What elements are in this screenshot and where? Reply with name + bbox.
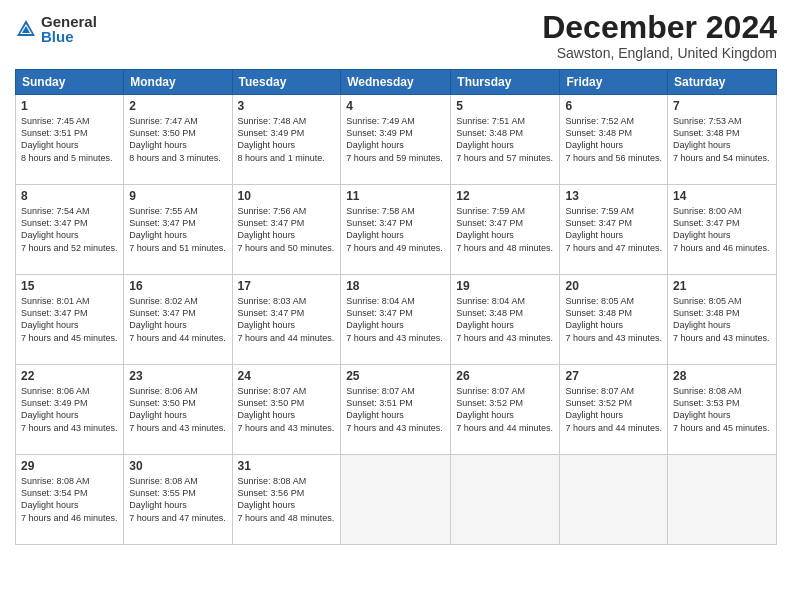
day-info: Sunrise: 7:54 AMSunset: 3:47 PMDaylight …: [21, 205, 118, 254]
col-saturday: Saturday: [668, 70, 777, 95]
day-number: 14: [673, 189, 771, 203]
day-info: Sunrise: 7:47 AMSunset: 3:50 PMDaylight …: [129, 115, 226, 164]
header: General Blue December 2024 Sawston, Engl…: [15, 10, 777, 61]
day-info: Sunrise: 8:08 AMSunset: 3:56 PMDaylight …: [238, 475, 336, 524]
month-title: December 2024: [542, 10, 777, 45]
page: General Blue December 2024 Sawston, Engl…: [0, 0, 792, 612]
day-info: Sunrise: 7:48 AMSunset: 3:49 PMDaylight …: [238, 115, 336, 164]
day-cell: 11Sunrise: 7:58 AMSunset: 3:47 PMDayligh…: [341, 185, 451, 275]
day-number: 13: [565, 189, 662, 203]
day-info: Sunrise: 7:52 AMSunset: 3:48 PMDaylight …: [565, 115, 662, 164]
day-info: Sunrise: 8:07 AMSunset: 3:52 PMDaylight …: [565, 385, 662, 434]
day-number: 1: [21, 99, 118, 113]
day-number: 26: [456, 369, 554, 383]
day-cell: 12Sunrise: 7:59 AMSunset: 3:47 PMDayligh…: [451, 185, 560, 275]
day-cell: 27Sunrise: 8:07 AMSunset: 3:52 PMDayligh…: [560, 365, 668, 455]
day-number: 20: [565, 279, 662, 293]
day-info: Sunrise: 8:08 AMSunset: 3:55 PMDaylight …: [129, 475, 226, 524]
day-info: Sunrise: 8:06 AMSunset: 3:49 PMDaylight …: [21, 385, 118, 434]
day-number: 10: [238, 189, 336, 203]
col-thursday: Thursday: [451, 70, 560, 95]
day-number: 22: [21, 369, 118, 383]
day-info: Sunrise: 8:07 AMSunset: 3:51 PMDaylight …: [346, 385, 445, 434]
day-info: Sunrise: 7:58 AMSunset: 3:47 PMDaylight …: [346, 205, 445, 254]
day-cell: 19Sunrise: 8:04 AMSunset: 3:48 PMDayligh…: [451, 275, 560, 365]
day-info: Sunrise: 8:03 AMSunset: 3:47 PMDaylight …: [238, 295, 336, 344]
day-cell: 23Sunrise: 8:06 AMSunset: 3:50 PMDayligh…: [124, 365, 232, 455]
day-info: Sunrise: 8:05 AMSunset: 3:48 PMDaylight …: [565, 295, 662, 344]
day-cell: 29Sunrise: 8:08 AMSunset: 3:54 PMDayligh…: [16, 455, 124, 545]
week-row-5: 29Sunrise: 8:08 AMSunset: 3:54 PMDayligh…: [16, 455, 777, 545]
day-cell: 21Sunrise: 8:05 AMSunset: 3:48 PMDayligh…: [668, 275, 777, 365]
day-number: 28: [673, 369, 771, 383]
day-number: 6: [565, 99, 662, 113]
day-cell: 3Sunrise: 7:48 AMSunset: 3:49 PMDaylight…: [232, 95, 341, 185]
day-number: 5: [456, 99, 554, 113]
day-cell: 6Sunrise: 7:52 AMSunset: 3:48 PMDaylight…: [560, 95, 668, 185]
day-cell: 5Sunrise: 7:51 AMSunset: 3:48 PMDaylight…: [451, 95, 560, 185]
day-info: Sunrise: 8:04 AMSunset: 3:47 PMDaylight …: [346, 295, 445, 344]
day-number: 31: [238, 459, 336, 473]
day-info: Sunrise: 7:56 AMSunset: 3:47 PMDaylight …: [238, 205, 336, 254]
day-cell: 10Sunrise: 7:56 AMSunset: 3:47 PMDayligh…: [232, 185, 341, 275]
day-info: Sunrise: 8:08 AMSunset: 3:54 PMDaylight …: [21, 475, 118, 524]
day-number: 15: [21, 279, 118, 293]
day-info: Sunrise: 8:05 AMSunset: 3:48 PMDaylight …: [673, 295, 771, 344]
day-info: Sunrise: 7:51 AMSunset: 3:48 PMDaylight …: [456, 115, 554, 164]
day-number: 3: [238, 99, 336, 113]
day-number: 16: [129, 279, 226, 293]
logo-text: General Blue: [41, 14, 97, 44]
day-info: Sunrise: 7:45 AMSunset: 3:51 PMDaylight …: [21, 115, 118, 164]
location: Sawston, England, United Kingdom: [542, 45, 777, 61]
day-cell: 15Sunrise: 8:01 AMSunset: 3:47 PMDayligh…: [16, 275, 124, 365]
day-cell: 17Sunrise: 8:03 AMSunset: 3:47 PMDayligh…: [232, 275, 341, 365]
day-number: 17: [238, 279, 336, 293]
logo-icon: [15, 18, 37, 40]
day-info: Sunrise: 8:01 AMSunset: 3:47 PMDaylight …: [21, 295, 118, 344]
calendar: Sunday Monday Tuesday Wednesday Thursday…: [15, 69, 777, 545]
day-cell: 16Sunrise: 8:02 AMSunset: 3:47 PMDayligh…: [124, 275, 232, 365]
day-cell: 7Sunrise: 7:53 AMSunset: 3:48 PMDaylight…: [668, 95, 777, 185]
day-info: Sunrise: 7:53 AMSunset: 3:48 PMDaylight …: [673, 115, 771, 164]
day-number: 29: [21, 459, 118, 473]
day-info: Sunrise: 7:49 AMSunset: 3:49 PMDaylight …: [346, 115, 445, 164]
day-info: Sunrise: 7:55 AMSunset: 3:47 PMDaylight …: [129, 205, 226, 254]
day-number: 25: [346, 369, 445, 383]
col-sunday: Sunday: [16, 70, 124, 95]
col-friday: Friday: [560, 70, 668, 95]
day-info: Sunrise: 8:07 AMSunset: 3:52 PMDaylight …: [456, 385, 554, 434]
day-number: 2: [129, 99, 226, 113]
day-info: Sunrise: 8:08 AMSunset: 3:53 PMDaylight …: [673, 385, 771, 434]
day-number: 30: [129, 459, 226, 473]
day-info: Sunrise: 8:07 AMSunset: 3:50 PMDaylight …: [238, 385, 336, 434]
week-row-3: 15Sunrise: 8:01 AMSunset: 3:47 PMDayligh…: [16, 275, 777, 365]
day-info: Sunrise: 7:59 AMSunset: 3:47 PMDaylight …: [565, 205, 662, 254]
day-number: 27: [565, 369, 662, 383]
day-cell: 30Sunrise: 8:08 AMSunset: 3:55 PMDayligh…: [124, 455, 232, 545]
week-row-4: 22Sunrise: 8:06 AMSunset: 3:49 PMDayligh…: [16, 365, 777, 455]
day-number: 8: [21, 189, 118, 203]
day-cell: 18Sunrise: 8:04 AMSunset: 3:47 PMDayligh…: [341, 275, 451, 365]
day-number: 4: [346, 99, 445, 113]
day-cell: 13Sunrise: 7:59 AMSunset: 3:47 PMDayligh…: [560, 185, 668, 275]
day-info: Sunrise: 8:00 AMSunset: 3:47 PMDaylight …: [673, 205, 771, 254]
day-cell: 25Sunrise: 8:07 AMSunset: 3:51 PMDayligh…: [341, 365, 451, 455]
day-cell: 2Sunrise: 7:47 AMSunset: 3:50 PMDaylight…: [124, 95, 232, 185]
day-cell: 28Sunrise: 8:08 AMSunset: 3:53 PMDayligh…: [668, 365, 777, 455]
header-row: Sunday Monday Tuesday Wednesday Thursday…: [16, 70, 777, 95]
day-cell: 14Sunrise: 8:00 AMSunset: 3:47 PMDayligh…: [668, 185, 777, 275]
logo-blue: Blue: [41, 29, 97, 44]
day-number: 19: [456, 279, 554, 293]
day-number: 7: [673, 99, 771, 113]
col-tuesday: Tuesday: [232, 70, 341, 95]
day-number: 18: [346, 279, 445, 293]
day-cell: 8Sunrise: 7:54 AMSunset: 3:47 PMDaylight…: [16, 185, 124, 275]
day-cell: 4Sunrise: 7:49 AMSunset: 3:49 PMDaylight…: [341, 95, 451, 185]
day-number: 11: [346, 189, 445, 203]
day-info: Sunrise: 8:02 AMSunset: 3:47 PMDaylight …: [129, 295, 226, 344]
day-number: 23: [129, 369, 226, 383]
col-monday: Monday: [124, 70, 232, 95]
day-cell: [451, 455, 560, 545]
day-info: Sunrise: 8:06 AMSunset: 3:50 PMDaylight …: [129, 385, 226, 434]
week-row-2: 8Sunrise: 7:54 AMSunset: 3:47 PMDaylight…: [16, 185, 777, 275]
